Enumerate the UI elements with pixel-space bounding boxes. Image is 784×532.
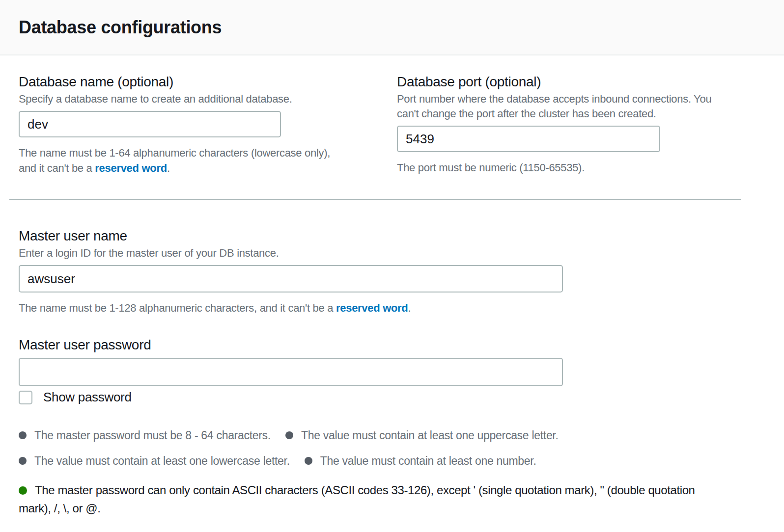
database-port-label: Database port (optional) <box>397 73 756 91</box>
master-user-name-label: Master user name <box>19 227 756 245</box>
show-password-label[interactable]: Show password <box>43 390 132 405</box>
database-port-input[interactable] <box>397 126 660 152</box>
password-rule: The value must contain at least one numb… <box>305 452 536 469</box>
password-rules: The master password must be 8 - 64 chara… <box>19 427 756 517</box>
show-password-checkbox[interactable] <box>19 391 32 404</box>
master-user-name-description: Enter a login ID for the master user of … <box>19 246 756 261</box>
password-rule-row: The master password must be 8 - 64 chara… <box>19 427 756 444</box>
bullet-icon <box>19 457 27 465</box>
database-name-input[interactable] <box>19 111 281 137</box>
database-name-field-group: Database name (optional) Specify a datab… <box>19 73 378 176</box>
database-configurations-form: Database name (optional) Specify a datab… <box>0 55 784 517</box>
master-user-password-label: Master user password <box>19 336 756 354</box>
password-rule: The value must contain at least one uppe… <box>285 427 559 444</box>
success-bullet-icon <box>19 486 27 495</box>
master-user-name-field-group: Master user name Enter a login ID for th… <box>19 227 756 316</box>
bullet-icon <box>305 457 312 465</box>
password-rule: The value must contain at least one lowe… <box>19 452 290 469</box>
show-password-row: Show password <box>19 390 756 405</box>
master-user-name-input[interactable] <box>19 265 563 293</box>
master-user-password-input[interactable] <box>19 358 563 386</box>
reserved-word-link[interactable]: reserved word <box>336 302 408 314</box>
database-port-description: Port number where the database accepts i… <box>397 92 756 121</box>
database-name-label: Database name (optional) <box>19 73 378 91</box>
reserved-word-link[interactable]: reserved word <box>95 162 167 174</box>
password-rule-satisfied: The master password can only contain ASC… <box>19 481 756 517</box>
bullet-icon <box>19 431 27 439</box>
password-rule-row: The value must contain at least one lowe… <box>19 452 756 469</box>
master-user-name-hint: The name must be 1-128 alphanumeric char… <box>19 300 756 316</box>
database-port-hint: The port must be numeric (1150-65535). <box>397 160 756 175</box>
name-port-row: Database name (optional) Specify a datab… <box>19 73 756 176</box>
section-header: Database configurations <box>0 0 784 55</box>
section-divider <box>9 199 741 200</box>
database-name-description: Specify a database name to create an add… <box>19 92 378 106</box>
database-port-field-group: Database port (optional) Port number whe… <box>397 73 756 176</box>
page-title: Database configurations <box>19 17 222 38</box>
password-rule: The master password must be 8 - 64 chara… <box>19 427 271 444</box>
bullet-icon <box>285 431 293 439</box>
database-name-hint: The name must be 1-64 alphanumeric chara… <box>19 145 378 176</box>
master-user-password-field-group: Master user password Show password <box>19 336 756 405</box>
